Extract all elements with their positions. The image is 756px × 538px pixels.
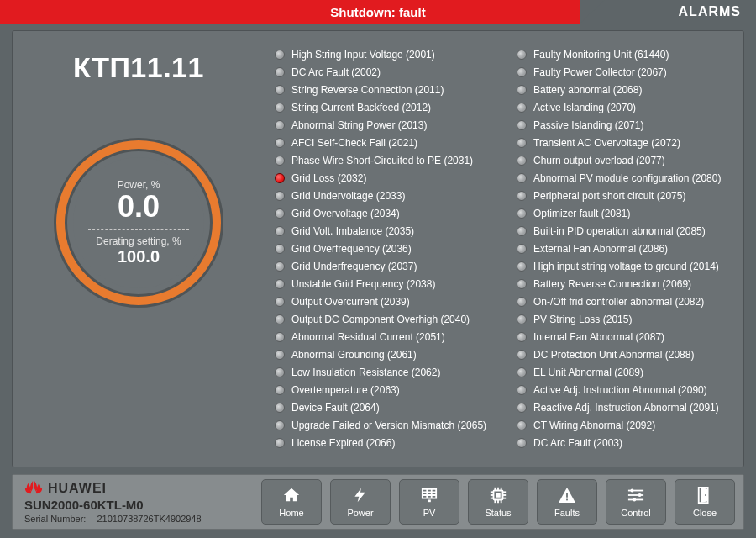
- alarm-label: Built-in PID operation abnormal (2085): [533, 224, 706, 238]
- alarm-label: EL Unit Abnormal (2089): [533, 366, 643, 379]
- alarm-item: Abnormal PV module configuration (2080): [517, 171, 733, 185]
- alarm-item: Grid Loss (2032): [275, 171, 491, 185]
- alarm-indicator-icon: [275, 403, 285, 413]
- chip-icon: [489, 486, 507, 504]
- main-panel: КТП11.11 Power, % 0.0 Derating setting, …: [12, 30, 744, 467]
- alarm-item: String Current Backfeed (2012): [275, 101, 491, 114]
- alarm-indicator-icon: [275, 103, 285, 113]
- close-button[interactable]: Close: [675, 479, 735, 525]
- alarm-label: Output Overcurrent (2039): [291, 295, 410, 309]
- alarm-indicator-icon: [275, 173, 285, 183]
- bolt-icon: [351, 486, 370, 504]
- alarm-item: DC Arc Fault (2002): [275, 66, 491, 79]
- status-text: Shutdown: fault: [330, 5, 425, 19]
- alarm-indicator-icon: [275, 297, 285, 307]
- gauge-separator: [88, 229, 189, 230]
- alarm-item: Active Islanding (2070): [517, 101, 733, 114]
- alarm-indicator-icon: [275, 420, 285, 430]
- alarm-item: Device Fault (2064): [275, 401, 491, 414]
- alarm-item: Battery Reverse Connection (2069): [517, 277, 733, 291]
- power-label: Power: [347, 508, 373, 518]
- alarm-label: PV String Loss (2015): [533, 313, 632, 326]
- alarm-item: Abnormal String Power (2013): [275, 119, 491, 132]
- door-exit-icon: [696, 486, 714, 504]
- alarm-indicator-icon: [517, 279, 527, 289]
- alarm-indicator-icon: [517, 385, 527, 395]
- alarm-label: AFCI Self-Check Fail (2021): [291, 136, 417, 150]
- alarm-indicator-icon: [275, 332, 285, 342]
- alarm-item: DC Protection Unit Abnormal (2088): [517, 348, 733, 361]
- status-label: Status: [485, 508, 511, 518]
- alarm-label: Unstable Grid Frequency (2038): [291, 277, 435, 291]
- serial-label: Serial Number:: [24, 514, 86, 524]
- alarm-indicator-icon: [517, 244, 527, 254]
- alarm-label: Grid Overvoltage (2034): [291, 207, 400, 220]
- control-button[interactable]: Control: [606, 479, 666, 525]
- alarm-label: Output DC Component Overhigh (2040): [291, 313, 470, 326]
- alarm-item: Churn output overload (2077): [517, 154, 733, 167]
- alarm-label: License Expired (2066): [291, 436, 395, 450]
- alarm-label: External Fan Abnormal (2086): [533, 242, 668, 256]
- alarm-indicator-icon: [517, 350, 527, 360]
- alarm-label: Passive Islanding (2071): [533, 119, 643, 132]
- control-label: Control: [621, 508, 650, 518]
- alarm-item: CT Wiring Abnormal (2092): [517, 419, 733, 432]
- alarm-label: Grid Underfrequency (2037): [291, 260, 417, 273]
- solar-panel-icon: [420, 486, 438, 504]
- status-button[interactable]: Status: [468, 479, 528, 525]
- alarm-item: String Reverse Connection (2011): [275, 83, 491, 97]
- home-icon: [282, 486, 301, 504]
- alarm-label: Transient AC Overvoltage (2072): [533, 136, 680, 150]
- alarm-label: Low Insulation Resistance (2062): [291, 366, 440, 379]
- alarm-indicator-icon: [275, 208, 285, 219]
- alarm-indicator-icon: [275, 50, 285, 60]
- alarm-label: Abnormal PV module configuration (2080): [533, 171, 721, 185]
- close-label: Close: [693, 508, 717, 518]
- alarm-label: Grid Loss (2032): [291, 171, 366, 185]
- alarm-indicator-icon: [517, 156, 527, 166]
- alarm-label: Peripheral port short circuit (2075): [533, 189, 685, 203]
- alarm-item: Overtemperature (2063): [275, 383, 491, 397]
- alarm-item: Grid Undervoltage (2033): [275, 189, 491, 203]
- pv-button[interactable]: PV: [399, 479, 459, 525]
- alarm-indicator-icon: [275, 244, 285, 254]
- alarms-column-1: High String Input Voltage (2001)DC Arc F…: [275, 48, 491, 458]
- alarm-label: DC Arc Fault (2003): [533, 436, 622, 450]
- alarm-indicator-icon: [517, 191, 527, 201]
- alarm-item: Optimizer fault (2081): [517, 207, 733, 220]
- alarm-label: Grid Overfrequency (2036): [291, 242, 412, 256]
- alarm-indicator-icon: [517, 103, 527, 113]
- home-button[interactable]: Home: [261, 479, 322, 525]
- alarm-item: On-/Off frid controller abnormal (2082): [517, 295, 733, 309]
- alarms-list: High String Input Voltage (2001)DC Arc F…: [265, 31, 743, 467]
- alarm-label: Upgrade Failed or Version Mismatch (2065…: [291, 419, 486, 432]
- alarm-label: Grid Undervoltage (2033): [291, 189, 405, 203]
- alarm-indicator-icon: [275, 156, 285, 166]
- alarm-label: Grid Volt. Imbalance (2035): [291, 224, 414, 238]
- alarm-item: AFCI Self-Check Fail (2021): [275, 136, 491, 150]
- serial-value: 21010738726TK4902948: [97, 514, 201, 524]
- alarm-indicator-icon: [275, 191, 285, 201]
- faults-button[interactable]: Faults: [537, 479, 597, 525]
- alarm-item: Internal Fan Abnormal (2087): [517, 330, 733, 344]
- power-button[interactable]: Power: [330, 479, 391, 525]
- alarm-label: Faulty Power Collector (2067): [533, 66, 667, 79]
- alarm-label: Optimizer fault (2081): [533, 207, 630, 220]
- alarm-label: Active Islanding (2070): [533, 101, 636, 114]
- svg-rect-4: [496, 493, 501, 498]
- alarm-indicator-icon: [517, 403, 527, 413]
- brand-block: HUAWEI SUN2000-60KTL-M0 Serial Number: 2…: [24, 481, 202, 524]
- alarm-label: Active Adj. Instruction Abnormal (2090): [533, 383, 707, 397]
- alarm-item: High input string voltage to ground (201…: [517, 260, 733, 273]
- svg-rect-17: [566, 493, 568, 497]
- alarm-item: Phase Wire Short-Circuited to PE (2031): [275, 154, 491, 167]
- alarm-label: Battery abnormal (2068): [533, 83, 642, 97]
- faults-label: Faults: [554, 508, 580, 518]
- alarm-indicator-icon: [517, 420, 527, 430]
- alarm-item: Grid Underfrequency (2037): [275, 260, 491, 273]
- alarm-indicator-icon: [517, 438, 527, 448]
- alarm-item: PV String Loss (2015): [517, 313, 733, 326]
- alarm-indicator-icon: [517, 226, 527, 236]
- sliders-icon: [627, 486, 645, 504]
- alarm-indicator-icon: [275, 438, 285, 448]
